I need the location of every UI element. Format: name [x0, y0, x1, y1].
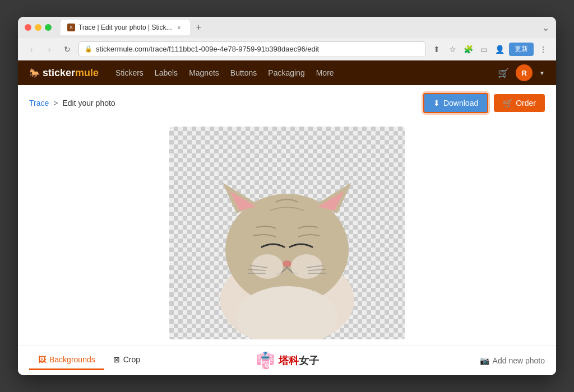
logo[interactable]: 🐎 stickermule: [29, 67, 99, 79]
tab-title: Trace | Edit your photo | Stick...: [78, 24, 172, 31]
url-bar[interactable]: 🔒 stickermule.com/trace/f111bbc1-009e-4e…: [78, 41, 426, 57]
action-buttons: ⬇ Download 🛒 Order: [423, 93, 545, 113]
add-photo-button[interactable]: 📷 Add new photo: [480, 356, 545, 365]
order-label: Order: [516, 99, 536, 108]
nav-more[interactable]: More: [316, 68, 334, 77]
breadcrumb-current: Edit your photo: [62, 99, 115, 108]
menu-icon[interactable]: ⋮: [537, 43, 549, 55]
watermark-black-text: 女子: [299, 355, 319, 366]
lock-icon: 🔒: [85, 45, 92, 53]
page-content: 🐎 stickermule Stickers Labels Magnets Bu…: [18, 60, 556, 375]
watermark-red-text: 塔科: [279, 355, 299, 366]
navbar: 🐎 stickermule Stickers Labels Magnets Bu…: [18, 60, 556, 85]
download-icon: ⬇: [433, 99, 440, 108]
cart-icon[interactable]: 🛒: [498, 68, 509, 78]
image-area: [18, 121, 556, 345]
watermark-icon: 👘: [256, 351, 275, 370]
new-tab-button[interactable]: +: [192, 21, 206, 34]
nav-labels[interactable]: Labels: [155, 68, 178, 77]
active-tab[interactable]: S Trace | Edit your photo | Stick... ×: [61, 20, 190, 35]
order-cart-icon: 🛒: [503, 99, 512, 108]
breadcrumb-trace-link[interactable]: Trace: [29, 99, 49, 108]
traffic-lights: [25, 24, 52, 31]
url-text: stickermule.com/trace/f111bbc1-009e-4e78…: [96, 45, 420, 53]
tab-area: S Trace | Edit your photo | Stick... × +: [61, 20, 538, 35]
share-icon[interactable]: ⬆: [430, 43, 443, 55]
maximize-button[interactable]: [45, 24, 52, 31]
navbar-right: 🛒 R ▼: [498, 64, 545, 81]
download-label: Download: [443, 99, 478, 108]
tab-close-icon[interactable]: ×: [175, 24, 183, 31]
cast-icon[interactable]: ▭: [478, 43, 490, 55]
nav-links: Stickers Labels Magnets Buttons Packagin…: [115, 68, 498, 77]
svg-point-6: [283, 260, 291, 267]
download-button[interactable]: ⬇ Download: [423, 93, 488, 113]
title-bar: S Trace | Edit your photo | Stick... × +…: [18, 17, 556, 38]
forward-button[interactable]: ›: [43, 43, 56, 56]
profile-icon[interactable]: 👤: [493, 43, 506, 55]
avatar[interactable]: R: [516, 64, 533, 81]
minimize-button[interactable]: [35, 24, 41, 31]
order-button[interactable]: 🛒 Order: [494, 94, 545, 112]
logo-icon: 🐎: [29, 68, 40, 78]
nav-magnets[interactable]: Magnets: [189, 68, 219, 77]
close-button[interactable]: [25, 24, 31, 31]
cat-image-container: [169, 127, 405, 339]
breadcrumb: Trace > Edit your photo: [29, 99, 115, 108]
nav-packaging[interactable]: Packaging: [268, 68, 304, 77]
crop-icon: ⊠: [113, 355, 120, 364]
refresh-button[interactable]: ↻: [61, 43, 74, 56]
extensions-icon[interactable]: 🧩: [462, 43, 474, 55]
title-bar-actions: ⌄: [542, 22, 549, 33]
logo-text: stickermule: [43, 67, 99, 79]
logo-mule-text: mule: [75, 67, 99, 78]
watermark: 👘 塔科女子: [256, 351, 319, 370]
cat-image: [169, 127, 405, 339]
nav-stickers[interactable]: Stickers: [115, 68, 144, 77]
back-button[interactable]: ‹: [25, 43, 38, 56]
bottom-toolbar: 🖼 Backgrounds ⊠ Crop 👘 塔科女子 📷 Add new ph…: [18, 345, 556, 375]
add-photo-label: Add new photo: [493, 356, 545, 365]
backgrounds-button[interactable]: 🖼 Backgrounds: [29, 351, 104, 370]
logo-sticker-text: sticker: [43, 67, 75, 78]
bookmark-icon[interactable]: ☆: [446, 43, 459, 55]
nav-buttons[interactable]: Buttons: [230, 68, 257, 77]
main-area: Trace > Edit your photo ⬇ Download 🛒 Ord…: [18, 85, 556, 375]
watermark-text: 塔科女子: [279, 354, 319, 367]
backgrounds-icon: 🖼: [38, 355, 46, 364]
breadcrumb-separator: >: [53, 99, 58, 108]
avatar-dropdown-icon[interactable]: ▼: [539, 70, 545, 76]
address-actions: ⬆ ☆ 🧩 ▭ 👤 更新 ⋮: [430, 43, 549, 56]
tab-favicon: S: [67, 24, 75, 31]
address-bar: ‹ › ↻ 🔒 stickermule.com/trace/f111bbc1-0…: [18, 38, 556, 60]
crop-button[interactable]: ⊠ Crop: [104, 351, 149, 370]
crop-label: Crop: [123, 355, 140, 364]
backgrounds-label: Backgrounds: [49, 355, 95, 364]
camera-icon: 📷: [480, 356, 489, 365]
update-button[interactable]: 更新: [509, 43, 534, 56]
top-bar: Trace > Edit your photo ⬇ Download 🛒 Ord…: [18, 85, 556, 121]
browser-window: S Trace | Edit your photo | Stick... × +…: [18, 17, 556, 375]
